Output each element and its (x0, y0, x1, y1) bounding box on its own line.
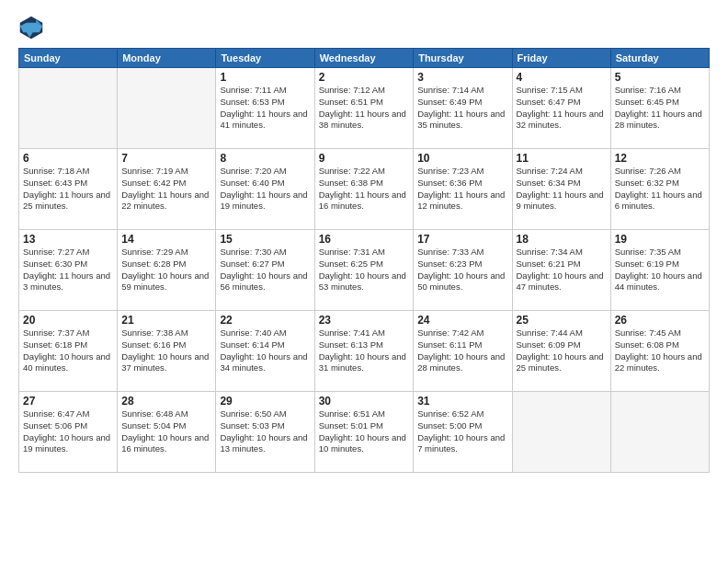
day-number: 24 (417, 314, 507, 327)
day-info: Sunrise: 6:50 AM Sunset: 5:03 PM Dayligh… (220, 408, 310, 455)
day-info: Sunrise: 7:33 AM Sunset: 6:23 PM Dayligh… (417, 247, 507, 293)
day-info: Sunrise: 7:38 AM Sunset: 6:16 PM Dayligh… (121, 327, 211, 374)
day-header-wednesday: Wednesday (314, 49, 414, 68)
day-number: 26 (615, 314, 705, 327)
day-cell: 24Sunrise: 7:42 AM Sunset: 6:11 PM Dayli… (414, 311, 512, 392)
day-number: 13 (23, 233, 113, 246)
day-number: 17 (417, 233, 507, 246)
logo-icon (18, 15, 44, 40)
day-number: 14 (121, 233, 211, 246)
calendar-table: SundayMondayTuesdayWednesdayThursdayFrid… (18, 48, 710, 473)
day-cell: 27Sunrise: 6:47 AM Sunset: 5:06 PM Dayli… (19, 392, 118, 473)
day-number: 9 (319, 152, 410, 165)
day-header-sunday: Sunday (19, 49, 118, 68)
day-number: 7 (121, 152, 211, 165)
day-info: Sunrise: 7:30 AM Sunset: 6:27 PM Dayligh… (220, 247, 310, 293)
day-cell: 20Sunrise: 7:37 AM Sunset: 6:18 PM Dayli… (19, 311, 118, 392)
day-cell: 13Sunrise: 7:27 AM Sunset: 6:30 PM Dayli… (19, 230, 118, 311)
day-number: 11 (517, 152, 607, 165)
day-number: 3 (417, 71, 507, 84)
day-number: 5 (615, 71, 705, 84)
day-cell: 17Sunrise: 7:33 AM Sunset: 6:23 PM Dayli… (414, 230, 512, 311)
day-number: 19 (615, 233, 705, 246)
day-cell: 30Sunrise: 6:51 AM Sunset: 5:01 PM Dayli… (314, 392, 414, 473)
day-info: Sunrise: 6:48 AM Sunset: 5:04 PM Dayligh… (121, 408, 211, 455)
day-cell: 3Sunrise: 7:14 AM Sunset: 6:49 PM Daylig… (414, 68, 512, 149)
calendar-container: SundayMondayTuesdayWednesdayThursdayFrid… (0, 0, 728, 563)
day-info: Sunrise: 7:35 AM Sunset: 6:19 PM Dayligh… (615, 247, 705, 293)
day-info: Sunrise: 7:41 AM Sunset: 6:13 PM Dayligh… (319, 327, 410, 374)
header (18, 15, 710, 40)
week-row-5: 27Sunrise: 6:47 AM Sunset: 5:06 PM Dayli… (19, 392, 710, 473)
day-number: 23 (319, 314, 410, 327)
day-cell: 16Sunrise: 7:31 AM Sunset: 6:25 PM Dayli… (314, 230, 414, 311)
day-cell: 14Sunrise: 7:29 AM Sunset: 6:28 PM Dayli… (118, 230, 216, 311)
day-number: 4 (517, 71, 607, 84)
day-info: Sunrise: 6:51 AM Sunset: 5:01 PM Dayligh… (319, 408, 410, 455)
day-info: Sunrise: 7:29 AM Sunset: 6:28 PM Dayligh… (121, 247, 211, 293)
day-cell: 23Sunrise: 7:41 AM Sunset: 6:13 PM Dayli… (314, 311, 414, 392)
day-cell: 9Sunrise: 7:22 AM Sunset: 6:38 PM Daylig… (314, 149, 414, 230)
day-info: Sunrise: 7:20 AM Sunset: 6:40 PM Dayligh… (220, 166, 310, 213)
day-number: 27 (23, 395, 113, 408)
day-cell: 18Sunrise: 7:34 AM Sunset: 6:21 PM Dayli… (512, 230, 610, 311)
day-number: 15 (220, 233, 310, 246)
day-info: Sunrise: 7:18 AM Sunset: 6:43 PM Dayligh… (23, 166, 113, 213)
day-info: Sunrise: 7:22 AM Sunset: 6:38 PM Dayligh… (319, 166, 410, 213)
day-cell: 6Sunrise: 7:18 AM Sunset: 6:43 PM Daylig… (19, 149, 118, 230)
day-info: Sunrise: 7:44 AM Sunset: 6:09 PM Dayligh… (517, 327, 607, 374)
week-row-2: 6Sunrise: 7:18 AM Sunset: 6:43 PM Daylig… (19, 149, 710, 230)
day-cell: 2Sunrise: 7:12 AM Sunset: 6:51 PM Daylig… (314, 68, 414, 149)
header-row: SundayMondayTuesdayWednesdayThursdayFrid… (19, 49, 710, 68)
day-number: 20 (23, 314, 113, 327)
day-number: 1 (220, 71, 310, 84)
day-info: Sunrise: 7:34 AM Sunset: 6:21 PM Dayligh… (517, 247, 607, 293)
day-cell: 28Sunrise: 6:48 AM Sunset: 5:04 PM Dayli… (118, 392, 216, 473)
day-cell: 12Sunrise: 7:26 AM Sunset: 6:32 PM Dayli… (610, 149, 709, 230)
day-info: Sunrise: 7:11 AM Sunset: 6:53 PM Dayligh… (220, 85, 310, 132)
day-cell (19, 68, 118, 149)
day-cell (610, 392, 709, 473)
day-cell: 4Sunrise: 7:15 AM Sunset: 6:47 PM Daylig… (512, 68, 610, 149)
day-cell: 29Sunrise: 6:50 AM Sunset: 5:03 PM Dayli… (216, 392, 314, 473)
week-row-1: 1Sunrise: 7:11 AM Sunset: 6:53 PM Daylig… (19, 68, 710, 149)
day-info: Sunrise: 7:37 AM Sunset: 6:18 PM Dayligh… (23, 327, 113, 374)
day-info: Sunrise: 7:31 AM Sunset: 6:25 PM Dayligh… (319, 247, 410, 293)
day-number: 12 (615, 152, 705, 165)
logo (18, 15, 48, 40)
day-number: 16 (319, 233, 410, 246)
day-cell: 15Sunrise: 7:30 AM Sunset: 6:27 PM Dayli… (216, 230, 314, 311)
day-info: Sunrise: 6:47 AM Sunset: 5:06 PM Dayligh… (23, 408, 113, 455)
day-number: 31 (417, 395, 507, 408)
day-number: 30 (319, 395, 410, 408)
day-header-saturday: Saturday (610, 49, 709, 68)
day-cell: 25Sunrise: 7:44 AM Sunset: 6:09 PM Dayli… (512, 311, 610, 392)
day-info: Sunrise: 7:14 AM Sunset: 6:49 PM Dayligh… (417, 85, 507, 132)
week-row-3: 13Sunrise: 7:27 AM Sunset: 6:30 PM Dayli… (19, 230, 710, 311)
day-cell: 21Sunrise: 7:38 AM Sunset: 6:16 PM Dayli… (118, 311, 216, 392)
day-number: 21 (121, 314, 211, 327)
day-info: Sunrise: 7:19 AM Sunset: 6:42 PM Dayligh… (121, 166, 211, 213)
day-cell: 8Sunrise: 7:20 AM Sunset: 6:40 PM Daylig… (216, 149, 314, 230)
day-cell: 7Sunrise: 7:19 AM Sunset: 6:42 PM Daylig… (118, 149, 216, 230)
day-number: 28 (121, 395, 211, 408)
day-info: Sunrise: 7:24 AM Sunset: 6:34 PM Dayligh… (517, 166, 607, 213)
day-cell: 11Sunrise: 7:24 AM Sunset: 6:34 PM Dayli… (512, 149, 610, 230)
day-info: Sunrise: 7:12 AM Sunset: 6:51 PM Dayligh… (319, 85, 410, 132)
day-number: 25 (517, 314, 607, 327)
day-info: Sunrise: 7:42 AM Sunset: 6:11 PM Dayligh… (417, 327, 507, 374)
day-cell (118, 68, 216, 149)
day-cell: 1Sunrise: 7:11 AM Sunset: 6:53 PM Daylig… (216, 68, 314, 149)
day-info: Sunrise: 7:26 AM Sunset: 6:32 PM Dayligh… (615, 166, 705, 213)
day-number: 18 (517, 233, 607, 246)
day-cell: 10Sunrise: 7:23 AM Sunset: 6:36 PM Dayli… (414, 149, 512, 230)
day-header-tuesday: Tuesday (216, 49, 314, 68)
day-number: 8 (220, 152, 310, 165)
day-header-friday: Friday (512, 49, 610, 68)
day-info: Sunrise: 6:52 AM Sunset: 5:00 PM Dayligh… (417, 408, 507, 455)
day-cell (512, 392, 610, 473)
day-number: 10 (417, 152, 507, 165)
day-header-thursday: Thursday (414, 49, 512, 68)
day-info: Sunrise: 7:15 AM Sunset: 6:47 PM Dayligh… (517, 85, 607, 132)
day-header-monday: Monday (118, 49, 216, 68)
